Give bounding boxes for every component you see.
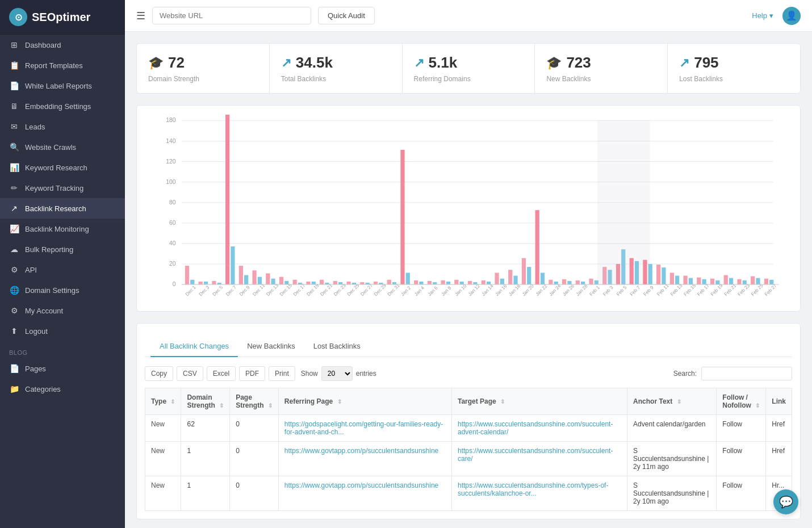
svg-rect-28 [252, 270, 256, 284]
cell-target-page[interactable]: https://www.succulentsandsunshine.com/su… [451, 442, 627, 476]
cell-referring-page[interactable]: https://godspacelight.com/getting-our-fa… [278, 415, 451, 442]
svg-text:Feb 27: Feb 27 [764, 283, 778, 297]
cell-type: New [145, 442, 181, 476]
sidebar-item-dashboard[interactable]: ⊞ Dashboard [0, 35, 125, 55]
svg-rect-88 [643, 260, 647, 284]
url-input[interactable] [152, 7, 311, 24]
chat-bubble[interactable]: 💬 [773, 489, 798, 514]
backlink-monitoring-icon: 📈 [9, 224, 19, 233]
tab-all-backlink-changes[interactable]: All Backlink Changes [150, 336, 238, 357]
sidebar-item-categories[interactable]: 📁 Categories [0, 379, 125, 399]
sidebar-item-label: Categories [25, 385, 61, 393]
svg-rect-50 [400, 150, 404, 284]
chart-container: 0 20 40 60 80 100 120 140 180 [136, 105, 801, 312]
csv-button[interactable]: CSV [177, 366, 203, 381]
sidebar-item-keyword-research[interactable]: 📊 Keyword Research [0, 157, 125, 178]
col-link[interactable]: Link [766, 388, 792, 415]
col-anchor-text[interactable]: Anchor Text ⇕ [627, 388, 717, 415]
svg-text:Dec 9: Dec 9 [238, 284, 251, 297]
svg-rect-54 [428, 281, 432, 284]
sidebar-item-pages[interactable]: 📄 Pages [0, 358, 125, 379]
help-link[interactable]: Help ▾ [752, 11, 773, 20]
referring-domains-icon: ↗ [414, 56, 424, 70]
svg-text:Jan 16: Jan 16 [495, 283, 508, 297]
svg-rect-90 [656, 265, 660, 284]
col-domain-strength[interactable]: DomainStrength ⇕ [181, 388, 230, 415]
domain-strength-icon: 🎓 [148, 56, 164, 70]
sidebar-item-leads[interactable]: ✉ Leads [0, 116, 125, 137]
svg-text:40: 40 [169, 240, 176, 246]
cell-referring-page[interactable]: https://www.govtapp.com/p/succulentsands… [278, 442, 451, 476]
hamburger-menu[interactable]: ☰ [136, 10, 145, 22]
sidebar-item-keyword-tracking[interactable]: ✏ Keyword Tracking [0, 178, 125, 198]
cell-referring-page[interactable]: https://www.govtapp.com/p/succulentsands… [278, 476, 451, 511]
show-label: Show [301, 370, 318, 378]
header: ☰ Quick Audit Help ▾ 👤 [125, 0, 812, 32]
col-target-page[interactable]: Target Page ⇕ [451, 388, 627, 415]
new-backlinks-value: 723 [566, 54, 591, 72]
print-button[interactable]: Print [269, 366, 295, 381]
sidebar-item-logout[interactable]: ⬆ Logout [0, 321, 125, 341]
cell-target-page[interactable]: https://www.succulentsandsunshine.com/su… [451, 415, 627, 442]
total-backlinks-label: Total Backlinks [281, 75, 391, 83]
svg-text:Dec 19: Dec 19 [306, 283, 320, 297]
copy-button[interactable]: Copy [145, 366, 173, 381]
cell-domain-strength: 1 [181, 476, 230, 511]
entries-select[interactable]: 20 50 100 [321, 366, 353, 381]
svg-rect-22 [212, 281, 216, 284]
sidebar-item-bulk-reporting[interactable]: ☁ Bulk Reporting [0, 239, 125, 259]
svg-rect-34 [293, 280, 297, 284]
sidebar-item-white-label-reports[interactable]: 📄 White Label Reports [0, 76, 125, 96]
logout-icon: ⬆ [9, 326, 19, 336]
col-type[interactable]: Type ⇕ [145, 388, 181, 415]
svg-rect-76 [576, 280, 580, 284]
sidebar: ⊙ SEOptimer ⊞ Dashboard 📋 Report Templat… [0, 0, 125, 528]
pdf-button[interactable]: PDF [239, 366, 265, 381]
svg-text:Feb 17: Feb 17 [696, 283, 710, 297]
svg-text:Jan 6: Jan 6 [427, 285, 439, 297]
search-input[interactable] [701, 367, 792, 380]
api-icon: ⚙ [9, 265, 19, 274]
svg-text:Dec 13: Dec 13 [265, 283, 279, 297]
sidebar-item-backlink-monitoring[interactable]: 📈 Backlink Monitoring [0, 219, 125, 239]
sidebar-item-embedding-settings[interactable]: 🖥 Embedding Settings [0, 96, 125, 116]
cell-target-page[interactable]: https://www.succulentsandsunshine.com/ty… [451, 476, 627, 511]
tabs-row: All Backlink Changes New Backlinks Lost … [145, 332, 792, 357]
svg-rect-51 [406, 273, 410, 284]
sidebar-item-report-templates[interactable]: 📋 Report Templates [0, 55, 125, 76]
cell-domain-strength: 62 [181, 415, 230, 442]
excel-button[interactable]: Excel [207, 366, 236, 381]
sidebar-item-website-crawls[interactable]: 🔍 Website Crawls [0, 137, 125, 157]
col-page-strength[interactable]: PageStrength ⇕ [230, 388, 279, 415]
svg-text:Jan 10: Jan 10 [454, 283, 467, 297]
col-referring-page[interactable]: Referring Page ⇕ [278, 388, 451, 415]
report-templates-icon: 📋 [9, 61, 19, 70]
col-follow-nofollow[interactable]: Follow /Nofollow ⇕ [717, 388, 766, 415]
sidebar-item-domain-settings[interactable]: 🌐 Domain Settings [0, 280, 125, 300]
main-area: ☰ Quick Audit Help ▾ 👤 🎓 72 Domain Stren… [125, 0, 812, 528]
sidebar-item-label: Report Templates [25, 61, 83, 70]
cell-anchor-text: S Succulentsandsunshine | 2y 11m ago [627, 442, 717, 476]
sidebar-item-backlink-research[interactable]: ↗ Backlink Research [0, 198, 125, 219]
user-avatar[interactable]: 👤 [782, 7, 801, 25]
svg-rect-91 [662, 267, 665, 284]
sidebar-item-my-account[interactable]: ⚙ My Account [0, 300, 125, 321]
tab-lost-backlinks[interactable]: Lost Backlinks [304, 336, 370, 357]
lost-backlinks-icon: ↗ [679, 56, 689, 70]
svg-rect-58 [454, 280, 458, 284]
svg-rect-20 [199, 282, 203, 284]
sidebar-item-label: Dashboard [25, 41, 61, 49]
svg-text:0: 0 [173, 281, 176, 287]
sidebar-item-label: Logout [25, 327, 48, 336]
app-logo[interactable]: ⊙ SEOptimer [0, 0, 125, 35]
tab-new-backlinks[interactable]: New Backlinks [238, 336, 304, 357]
cell-page-strength: 0 [230, 415, 279, 442]
content-area: 🎓 72 Domain Strength ↗ 34.5k Total Backl… [125, 32, 812, 528]
sidebar-item-label: Keyword Research [25, 164, 87, 172]
quick-audit-button[interactable]: Quick Audit [318, 7, 375, 24]
stat-total-backlinks: ↗ 34.5k Total Backlinks [270, 44, 403, 93]
svg-rect-25 [231, 246, 235, 284]
sidebar-item-api[interactable]: ⚙ API [0, 259, 125, 280]
svg-text:20: 20 [169, 261, 176, 267]
svg-rect-36 [306, 282, 310, 284]
